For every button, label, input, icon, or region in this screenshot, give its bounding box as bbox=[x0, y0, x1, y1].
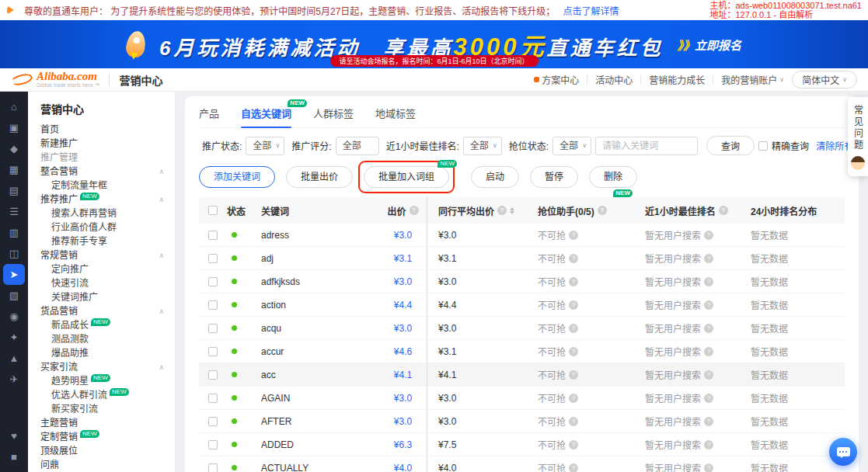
info-icon[interactable] bbox=[704, 440, 713, 449]
tab-audience-tags[interactable]: 人群标签 bbox=[313, 106, 354, 120]
nav-item-home[interactable]: 首页 bbox=[28, 123, 175, 137]
info-icon[interactable] bbox=[704, 463, 713, 472]
bid-value-link[interactable]: ¥4.6 bbox=[394, 346, 412, 357]
nav-group-buyer-traffic[interactable]: 买家引流∧ bbox=[28, 360, 175, 374]
bid-value-link[interactable]: ¥4.0 bbox=[394, 463, 412, 472]
nav-item-newbie-exclusive[interactable]: 推荐新手专享 bbox=[28, 234, 175, 248]
info-icon[interactable] bbox=[598, 206, 607, 215]
info-icon[interactable] bbox=[497, 206, 507, 215]
info-icon[interactable] bbox=[704, 394, 713, 403]
table-row[interactable]: adj ¥3.1 ¥3.1 不可抢 暂无用户搜索 暂无数据 bbox=[199, 247, 845, 270]
row-checkbox[interactable] bbox=[208, 254, 218, 263]
add-keywords-button[interactable]: 添加关键词 bbox=[199, 166, 275, 188]
exact-match-checkbox[interactable] bbox=[758, 141, 768, 151]
table-row[interactable]: ADDED ¥6.3 ¥7.5 不可抢 暂无用户搜索 暂无数据 bbox=[199, 433, 845, 456]
nav-item-new-campaign[interactable]: 新建推广 bbox=[28, 137, 175, 151]
batch-bid-button[interactable]: 批量出价 bbox=[286, 166, 353, 188]
tab-custom-keywords[interactable]: 自选关键词NEW bbox=[241, 106, 291, 120]
nav-item-wending[interactable]: 问鼎 bbox=[28, 458, 175, 472]
info-icon[interactable] bbox=[704, 300, 713, 310]
nav-group-recommend-promotion[interactable]: 推荐推广NEW∧ bbox=[28, 193, 175, 206]
start-button[interactable]: 启动 bbox=[471, 166, 519, 188]
nav-item-search-retargeting[interactable]: 搜索人群再营销 bbox=[28, 206, 175, 220]
header-nav-growth[interactable]: 营销能力成长 bbox=[649, 73, 705, 86]
info-icon[interactable] bbox=[410, 206, 419, 215]
nav-item-hot-product-boost[interactable]: 爆品助推 bbox=[28, 346, 175, 360]
table-row[interactable]: adress ¥3.0 ¥3.0 不可抢 暂无用户搜索 暂无数据 bbox=[199, 224, 845, 247]
favorite-icon[interactable]: ♥ bbox=[3, 425, 25, 446]
sort-icon[interactable] bbox=[510, 205, 514, 217]
query-button[interactable]: 查询 bbox=[706, 136, 755, 155]
dashboard-icon[interactable]: ▣ bbox=[3, 117, 25, 138]
table-row[interactable]: accur ¥4.6 ¥3.1 不可抢 暂无用户搜索 暂无数据 bbox=[199, 340, 845, 363]
bid-value-link[interactable]: ¥3.0 bbox=[394, 393, 412, 404]
nav-item-new-product-growth[interactable]: 新品成长NEW bbox=[28, 318, 175, 332]
nav-item-custom-traffic[interactable]: 定制流量年框 bbox=[28, 179, 175, 193]
campaign-icon[interactable]: ➤ bbox=[3, 264, 25, 285]
nav-group-product-marketing[interactable]: 货品营销∧ bbox=[28, 304, 175, 318]
info-icon[interactable] bbox=[569, 463, 578, 472]
row-checkbox[interactable] bbox=[208, 277, 218, 286]
alibaba-logo[interactable]: Alibaba.com Global trade starts here.™ bbox=[11, 71, 99, 88]
info-icon[interactable] bbox=[704, 231, 713, 240]
header-nav-account[interactable]: 我的营销账户∨ bbox=[721, 73, 784, 86]
row-checkbox[interactable] bbox=[208, 463, 218, 472]
grab-filter-select[interactable]: 全部 bbox=[553, 137, 591, 155]
status-filter-select[interactable]: 全部 bbox=[246, 137, 284, 155]
info-icon[interactable] bbox=[569, 324, 578, 333]
table-row[interactable]: AFTER ¥3.0 ¥3.0 不可抢 暂无用户搜索 暂无数据 bbox=[199, 410, 845, 433]
row-checkbox[interactable] bbox=[208, 394, 218, 403]
apps-icon[interactable]: ▦ bbox=[3, 159, 25, 180]
nav-group-regular-marketing[interactable]: 常规营销∧ bbox=[28, 248, 175, 262]
row-checkbox[interactable] bbox=[208, 300, 218, 310]
campaign-banner[interactable]: 6月玩消耗满减活动 享最高3000元直通车红包 》》立即报名 请至活动会场报名，… bbox=[0, 20, 868, 68]
chart-icon[interactable]: ▥ bbox=[3, 222, 25, 243]
shield-icon[interactable]: ◆ bbox=[3, 138, 25, 159]
tab-products[interactable]: 产品 bbox=[199, 106, 219, 120]
info-icon[interactable] bbox=[569, 394, 578, 403]
keyword-search-input[interactable] bbox=[595, 137, 698, 155]
package-icon[interactable]: ■ bbox=[3, 446, 25, 467]
bank-icon[interactable]: ▲ bbox=[3, 348, 25, 369]
banner-signup-link[interactable]: 》》立即报名 bbox=[677, 36, 741, 53]
calendar-icon[interactable]: ▤ bbox=[3, 180, 25, 201]
pause-button[interactable]: 暂停 bbox=[530, 166, 578, 188]
table-row[interactable]: AGAIN ¥3.0 ¥3.0 不可抢 暂无用户搜索 暂无数据 bbox=[199, 387, 845, 410]
info-icon[interactable] bbox=[704, 277, 713, 286]
row-checkbox[interactable] bbox=[208, 231, 218, 240]
nav-item-top-showcase[interactable]: 顶级展位 bbox=[28, 444, 175, 458]
table-row[interactable]: action ¥4.4 ¥4.4 不可抢 暂无用户搜索 暂无数据 bbox=[199, 293, 845, 317]
info-icon[interactable] bbox=[704, 417, 713, 426]
nav-item-selected-audience-traffic[interactable]: 优选人群引流NEW bbox=[28, 388, 175, 402]
nav-item-trend-star[interactable]: 趋势明星NEW bbox=[28, 374, 175, 388]
info-icon[interactable] bbox=[569, 417, 578, 426]
select-all-checkbox[interactable] bbox=[208, 206, 218, 215]
faq-float-button[interactable]: 常见问题 bbox=[848, 97, 868, 176]
nav-item-theme-marketing[interactable]: 主题营销 bbox=[28, 416, 175, 430]
nav-item-quick-traffic[interactable]: 快速引流 bbox=[28, 276, 175, 290]
row-checkbox[interactable] bbox=[208, 370, 218, 380]
info-icon[interactable] bbox=[569, 231, 578, 240]
bid-value-link[interactable]: ¥3.0 bbox=[394, 323, 412, 334]
batch-add-to-group-button[interactable]: 批量加入词组 bbox=[364, 166, 449, 188]
globe-icon[interactable]: ◉ bbox=[3, 306, 25, 327]
audience-icon[interactable]: ◫ bbox=[3, 243, 25, 264]
score-filter-input[interactable]: 全部 bbox=[336, 137, 379, 155]
nav-item-new-buyer-traffic[interactable]: 新买家引流 bbox=[28, 402, 175, 416]
send-icon[interactable]: ✈ bbox=[3, 369, 25, 390]
bid-value-link[interactable]: ¥3.1 bbox=[394, 253, 412, 264]
table-row[interactable]: ACTUALLY ¥4.0 ¥4.0 不可抢 暂无用户搜索 暂无数据 bbox=[199, 456, 845, 472]
header-nav-plan-center[interactable]: 方案中心 bbox=[534, 73, 579, 86]
info-icon[interactable] bbox=[569, 300, 578, 310]
menu-icon[interactable]: ☰ bbox=[3, 201, 25, 222]
table-row[interactable]: adfkjksds ¥3.0 ¥3.0 不可抢 暂无用户搜索 暂无数据 bbox=[199, 270, 845, 293]
header-nav-activity-center[interactable]: 活动中心 bbox=[595, 73, 633, 86]
chat-float-button[interactable] bbox=[829, 438, 857, 466]
bid-value-link[interactable]: ¥6.3 bbox=[394, 439, 412, 450]
nav-item-custom-marketing[interactable]: 定制营销NEW bbox=[28, 430, 175, 444]
info-icon[interactable] bbox=[569, 370, 578, 380]
bid-value-link[interactable]: ¥4.4 bbox=[394, 300, 412, 311]
bid-value-link[interactable]: ¥3.0 bbox=[394, 416, 412, 427]
info-icon[interactable] bbox=[569, 254, 578, 263]
table-row[interactable]: acc ¥4.1 ¥4.1 不可抢 暂无用户搜索 暂无数据 bbox=[199, 363, 845, 387]
